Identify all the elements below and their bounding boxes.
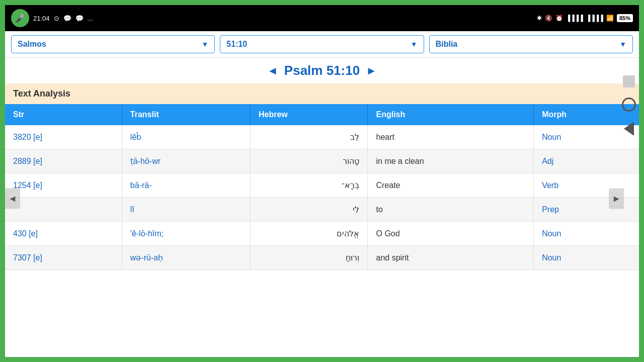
whatsapp-icon: 💬 <box>63 15 71 22</box>
prev-psalm-button[interactable]: ◄ <box>267 64 278 77</box>
record-icon: ⊙ <box>54 15 59 22</box>
battery-indicator: 85% <box>617 14 633 22</box>
cell-translit: ṭā-hō-wr <box>122 149 250 173</box>
side-controls <box>621 75 636 136</box>
cell-translit: 'ĕ-lō-hîm; <box>122 222 250 246</box>
col-header-translit: Translit <box>122 104 250 125</box>
cell-str <box>5 198 122 222</box>
verse-chevron-icon: ▼ <box>411 40 418 48</box>
table-row[interactable]: 3820 [e] lêb̄ לֵב heart Noun <box>5 125 639 149</box>
signal-bars-2: ▐▐▐▐ <box>586 15 603 22</box>
book-dropdown[interactable]: Salmos ▼ <box>11 35 215 53</box>
col-header-english: English <box>368 104 534 125</box>
scroll-left-button[interactable]: ◄ <box>5 189 20 209</box>
bluetooth-icon: ✱ <box>537 15 542 22</box>
side-back-button[interactable] <box>624 122 634 136</box>
dots-menu[interactable]: ... <box>88 15 93 22</box>
next-psalm-button[interactable]: ► <box>366 64 377 77</box>
cell-hebrew: וְרוּחַ <box>250 246 368 270</box>
signal-bars-1: ▐▐▐▐ <box>566 15 583 22</box>
cell-translit: wə-rū-aḥ <box>122 246 250 270</box>
col-header-hebrew: Hebrew <box>250 104 368 125</box>
psalm-title: Psalm 51:10 <box>284 63 360 78</box>
verse-label: 51:10 <box>226 40 247 49</box>
cell-str: 7307 [e] <box>5 246 122 270</box>
table-row[interactable]: 7307 [e] wə-rū-aḥ וְרוּחַ and spirit Nou… <box>5 246 639 270</box>
cell-english: Create <box>368 173 534 198</box>
table-header-row: Str Translit Hebrew English Morph <box>5 104 639 125</box>
cell-hebrew: לִי <box>250 198 368 222</box>
book-chevron-icon: ▼ <box>201 40 208 48</box>
bible-dropdown[interactable]: Biblia ▼ <box>429 35 633 53</box>
side-circle-button[interactable] <box>622 98 636 112</box>
status-right: ✱ 🔇 ⏰ ▐▐▐▐ ▐▐▐▐ 📶 85% <box>537 14 633 22</box>
bible-chevron-icon: ▼ <box>619 40 626 48</box>
cell-morph: Adj <box>534 149 639 173</box>
scroll-right-button[interactable]: ► <box>609 189 624 209</box>
nav-bar: Salmos ▼ 51:10 ▼ Biblia ▼ <box>5 31 639 58</box>
chat-icon: 💬 <box>75 15 84 22</box>
cell-hebrew: אֱלֹהִים <box>250 222 368 246</box>
table-row[interactable]: 430 [e] 'ĕ-lō-hîm; אֱלֹהִים O God Noun <box>5 222 639 246</box>
volume-icon: 🔇 <box>545 15 552 22</box>
cell-hebrew: בְּרָא־ <box>250 173 368 198</box>
cell-hebrew: טָהוֹר <box>250 149 368 173</box>
side-square-button[interactable] <box>623 75 635 87</box>
psalm-title-bar: ◄ Psalm 51:10 ► <box>5 58 639 83</box>
cell-morph: Noun <box>534 222 639 246</box>
table-row[interactable]: lî לִי to Prep <box>5 198 639 222</box>
col-header-str: Str <box>5 104 122 125</box>
status-left: 🎤 21:04 ⊙ 💬 💬 ... <box>11 9 93 27</box>
cell-str: 1254 [e] <box>5 173 122 198</box>
analysis-table: Str Translit Hebrew English Morph 3820 [… <box>5 104 639 270</box>
bible-label: Biblia <box>436 40 458 49</box>
cell-english: and spirit <box>368 246 534 270</box>
book-label: Salmos <box>18 40 46 49</box>
cell-str: 3820 [e] <box>5 125 122 149</box>
cell-morph: Noun <box>534 246 639 270</box>
mic-button[interactable]: 🎤 <box>11 9 29 27</box>
status-bar: 🎤 21:04 ⊙ 💬 💬 ... ✱ 🔇 ⏰ ▐▐▐▐ ▐▐▐▐ 📶 85% <box>5 5 639 31</box>
cell-str: 430 [e] <box>5 222 122 246</box>
cell-hebrew: לֵב <box>250 125 368 149</box>
text-analysis-header: Text Analysis <box>5 83 639 104</box>
cell-translit: lêb̄ <box>122 125 250 149</box>
cell-str: 2889 [e] <box>5 149 122 173</box>
alarm-icon: ⏰ <box>555 15 563 22</box>
cell-english: in me a clean <box>368 149 534 173</box>
cell-english: to <box>368 198 534 222</box>
cell-translit: bā-rā- <box>122 173 250 198</box>
time-display: 21:04 <box>33 15 50 22</box>
table-row[interactable]: 1254 [e] bā-rā- בְּרָא־ Create Verb <box>5 173 639 198</box>
verse-dropdown[interactable]: 51:10 ▼ <box>220 35 424 53</box>
table-row[interactable]: 2889 [e] ṭā-hō-wr טָהוֹר in me a clean A… <box>5 149 639 173</box>
cell-english: heart <box>368 125 534 149</box>
cell-english: O God <box>368 222 534 246</box>
cell-translit: lî <box>122 198 250 222</box>
wifi-icon: 📶 <box>606 15 614 22</box>
